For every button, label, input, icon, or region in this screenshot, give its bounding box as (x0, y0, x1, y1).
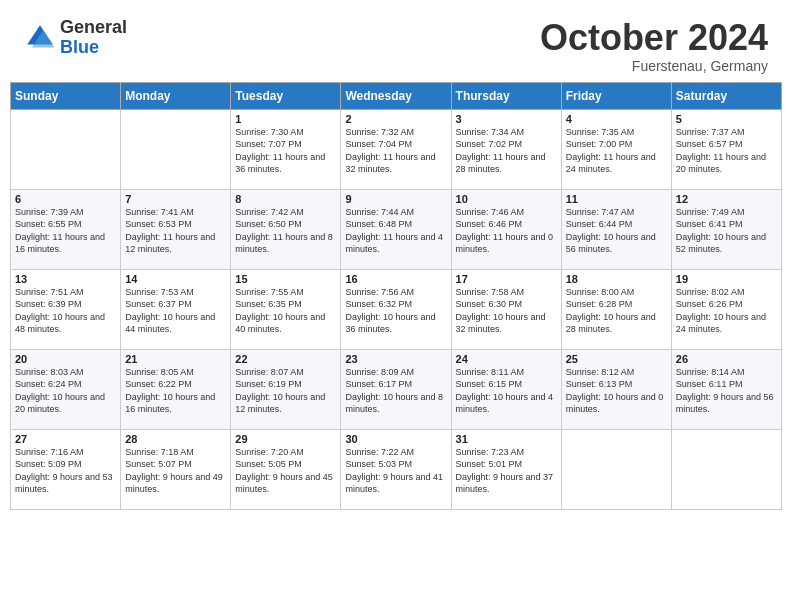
day-detail: Sunrise: 7:22 AMSunset: 5:03 PMDaylight:… (345, 446, 446, 496)
day-detail: Sunrise: 8:14 AMSunset: 6:11 PMDaylight:… (676, 366, 777, 416)
calendar-day-cell: 11Sunrise: 7:47 AMSunset: 6:44 PMDayligh… (561, 189, 671, 269)
weekday-header-monday: Monday (121, 82, 231, 109)
day-detail: Sunrise: 8:00 AMSunset: 6:28 PMDaylight:… (566, 286, 667, 336)
calendar-day-cell: 14Sunrise: 7:53 AMSunset: 6:37 PMDayligh… (121, 269, 231, 349)
day-detail: Sunrise: 7:51 AMSunset: 6:39 PMDaylight:… (15, 286, 116, 336)
day-detail: Sunrise: 7:42 AMSunset: 6:50 PMDaylight:… (235, 206, 336, 256)
day-detail: Sunrise: 7:18 AMSunset: 5:07 PMDaylight:… (125, 446, 226, 496)
day-detail: Sunrise: 8:03 AMSunset: 6:24 PMDaylight:… (15, 366, 116, 416)
calendar-day-cell: 13Sunrise: 7:51 AMSunset: 6:39 PMDayligh… (11, 269, 121, 349)
calendar-day-cell (121, 109, 231, 189)
day-detail: Sunrise: 7:47 AMSunset: 6:44 PMDaylight:… (566, 206, 667, 256)
day-detail: Sunrise: 7:37 AMSunset: 6:57 PMDaylight:… (676, 126, 777, 176)
day-number: 17 (456, 273, 557, 285)
calendar-day-cell: 16Sunrise: 7:56 AMSunset: 6:32 PMDayligh… (341, 269, 451, 349)
calendar-day-cell: 6Sunrise: 7:39 AMSunset: 6:55 PMDaylight… (11, 189, 121, 269)
calendar-week-row: 6Sunrise: 7:39 AMSunset: 6:55 PMDaylight… (11, 189, 782, 269)
day-number: 14 (125, 273, 226, 285)
logo-blue-text: Blue (60, 38, 127, 58)
day-number: 30 (345, 433, 446, 445)
title-block: October 2024 Fuerstenau, Germany (540, 18, 768, 74)
day-number: 22 (235, 353, 336, 365)
weekday-header-row: SundayMondayTuesdayWednesdayThursdayFrid… (11, 82, 782, 109)
calendar-day-cell: 21Sunrise: 8:05 AMSunset: 6:22 PMDayligh… (121, 349, 231, 429)
weekday-header-saturday: Saturday (671, 82, 781, 109)
day-detail: Sunrise: 8:05 AMSunset: 6:22 PMDaylight:… (125, 366, 226, 416)
day-number: 15 (235, 273, 336, 285)
day-detail: Sunrise: 8:11 AMSunset: 6:15 PMDaylight:… (456, 366, 557, 416)
day-detail: Sunrise: 8:07 AMSunset: 6:19 PMDaylight:… (235, 366, 336, 416)
calendar-day-cell: 29Sunrise: 7:20 AMSunset: 5:05 PMDayligh… (231, 429, 341, 509)
calendar-day-cell: 10Sunrise: 7:46 AMSunset: 6:46 PMDayligh… (451, 189, 561, 269)
calendar-day-cell: 26Sunrise: 8:14 AMSunset: 6:11 PMDayligh… (671, 349, 781, 429)
day-number: 7 (125, 193, 226, 205)
day-number: 24 (456, 353, 557, 365)
day-detail: Sunrise: 7:44 AMSunset: 6:48 PMDaylight:… (345, 206, 446, 256)
calendar-day-cell: 7Sunrise: 7:41 AMSunset: 6:53 PMDaylight… (121, 189, 231, 269)
day-detail: Sunrise: 7:34 AMSunset: 7:02 PMDaylight:… (456, 126, 557, 176)
day-detail: Sunrise: 7:35 AMSunset: 7:00 PMDaylight:… (566, 126, 667, 176)
day-number: 3 (456, 113, 557, 125)
month-title: October 2024 (540, 18, 768, 58)
day-number: 26 (676, 353, 777, 365)
day-detail: Sunrise: 8:12 AMSunset: 6:13 PMDaylight:… (566, 366, 667, 416)
day-detail: Sunrise: 7:39 AMSunset: 6:55 PMDaylight:… (15, 206, 116, 256)
calendar-day-cell (11, 109, 121, 189)
calendar-day-cell (671, 429, 781, 509)
calendar-header: SundayMondayTuesdayWednesdayThursdayFrid… (11, 82, 782, 109)
calendar-day-cell: 30Sunrise: 7:22 AMSunset: 5:03 PMDayligh… (341, 429, 451, 509)
day-number: 28 (125, 433, 226, 445)
day-detail: Sunrise: 7:49 AMSunset: 6:41 PMDaylight:… (676, 206, 777, 256)
day-number: 18 (566, 273, 667, 285)
calendar-table: SundayMondayTuesdayWednesdayThursdayFrid… (10, 82, 782, 510)
day-number: 20 (15, 353, 116, 365)
day-number: 13 (15, 273, 116, 285)
calendar-day-cell: 20Sunrise: 8:03 AMSunset: 6:24 PMDayligh… (11, 349, 121, 429)
calendar-week-row: 27Sunrise: 7:16 AMSunset: 5:09 PMDayligh… (11, 429, 782, 509)
day-number: 2 (345, 113, 446, 125)
calendar-day-cell: 18Sunrise: 8:00 AMSunset: 6:28 PMDayligh… (561, 269, 671, 349)
calendar-container: SundayMondayTuesdayWednesdayThursdayFrid… (0, 82, 792, 520)
day-number: 19 (676, 273, 777, 285)
day-number: 25 (566, 353, 667, 365)
day-detail: Sunrise: 8:02 AMSunset: 6:26 PMDaylight:… (676, 286, 777, 336)
calendar-day-cell: 31Sunrise: 7:23 AMSunset: 5:01 PMDayligh… (451, 429, 561, 509)
day-detail: Sunrise: 7:53 AMSunset: 6:37 PMDaylight:… (125, 286, 226, 336)
calendar-day-cell: 22Sunrise: 8:07 AMSunset: 6:19 PMDayligh… (231, 349, 341, 429)
weekday-header-tuesday: Tuesday (231, 82, 341, 109)
calendar-day-cell: 9Sunrise: 7:44 AMSunset: 6:48 PMDaylight… (341, 189, 451, 269)
day-detail: Sunrise: 7:20 AMSunset: 5:05 PMDaylight:… (235, 446, 336, 496)
calendar-day-cell: 25Sunrise: 8:12 AMSunset: 6:13 PMDayligh… (561, 349, 671, 429)
day-number: 10 (456, 193, 557, 205)
calendar-day-cell: 3Sunrise: 7:34 AMSunset: 7:02 PMDaylight… (451, 109, 561, 189)
day-number: 16 (345, 273, 446, 285)
day-number: 1 (235, 113, 336, 125)
day-detail: Sunrise: 7:30 AMSunset: 7:07 PMDaylight:… (235, 126, 336, 176)
day-number: 9 (345, 193, 446, 205)
day-detail: Sunrise: 7:16 AMSunset: 5:09 PMDaylight:… (15, 446, 116, 496)
day-number: 12 (676, 193, 777, 205)
calendar-day-cell: 17Sunrise: 7:58 AMSunset: 6:30 PMDayligh… (451, 269, 561, 349)
calendar-day-cell: 19Sunrise: 8:02 AMSunset: 6:26 PMDayligh… (671, 269, 781, 349)
weekday-header-wednesday: Wednesday (341, 82, 451, 109)
weekday-header-thursday: Thursday (451, 82, 561, 109)
calendar-day-cell: 5Sunrise: 7:37 AMSunset: 6:57 PMDaylight… (671, 109, 781, 189)
day-detail: Sunrise: 7:46 AMSunset: 6:46 PMDaylight:… (456, 206, 557, 256)
day-detail: Sunrise: 7:58 AMSunset: 6:30 PMDaylight:… (456, 286, 557, 336)
day-detail: Sunrise: 8:09 AMSunset: 6:17 PMDaylight:… (345, 366, 446, 416)
calendar-day-cell: 8Sunrise: 7:42 AMSunset: 6:50 PMDaylight… (231, 189, 341, 269)
calendar-body: 1Sunrise: 7:30 AMSunset: 7:07 PMDaylight… (11, 109, 782, 509)
day-number: 4 (566, 113, 667, 125)
day-number: 21 (125, 353, 226, 365)
calendar-week-row: 1Sunrise: 7:30 AMSunset: 7:07 PMDaylight… (11, 109, 782, 189)
day-detail: Sunrise: 7:56 AMSunset: 6:32 PMDaylight:… (345, 286, 446, 336)
weekday-header-friday: Friday (561, 82, 671, 109)
calendar-day-cell: 4Sunrise: 7:35 AMSunset: 7:00 PMDaylight… (561, 109, 671, 189)
day-number: 31 (456, 433, 557, 445)
calendar-day-cell: 15Sunrise: 7:55 AMSunset: 6:35 PMDayligh… (231, 269, 341, 349)
day-number: 29 (235, 433, 336, 445)
location-subtitle: Fuerstenau, Germany (540, 58, 768, 74)
day-number: 23 (345, 353, 446, 365)
day-detail: Sunrise: 7:41 AMSunset: 6:53 PMDaylight:… (125, 206, 226, 256)
calendar-day-cell: 28Sunrise: 7:18 AMSunset: 5:07 PMDayligh… (121, 429, 231, 509)
